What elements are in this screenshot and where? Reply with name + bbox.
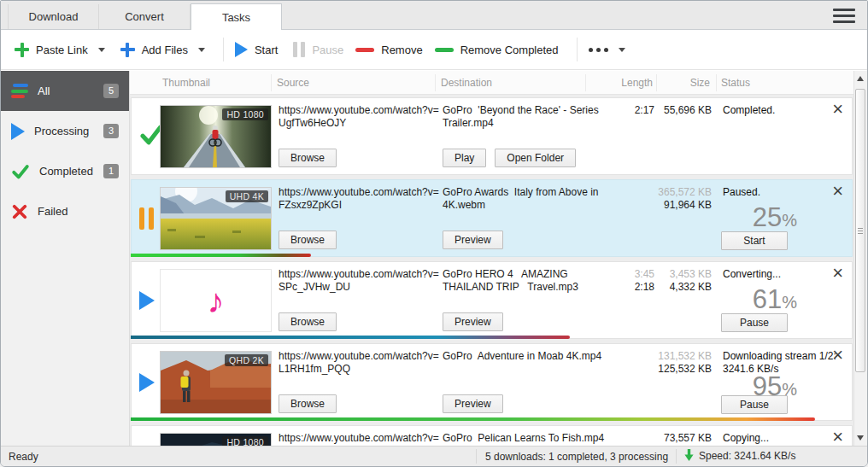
progress-percent: 61% — [753, 284, 797, 315]
downloads-summary: 5 downloads: 1 completed, 3 processing — [485, 451, 668, 463]
length-original: 3:45 — [593, 268, 654, 281]
destination-file: GoPro Adventure in Moab 4K.mp4 — [443, 350, 615, 363]
start-button[interactable]: Start — [235, 42, 278, 57]
table-row[interactable]: ♪ https://www.youtube.com/watch?v=SPc_JV… — [131, 261, 853, 339]
minus-icon — [435, 48, 454, 52]
resolution-badge: QHD 2K — [225, 354, 268, 366]
table-row[interactable]: HD 1080 https://www.youtube.com/watch?v=… — [131, 97, 853, 175]
vertical-scrollbar[interactable] — [853, 71, 867, 446]
video-thumbnail: QHD 2K — [160, 351, 272, 414]
play-icon — [235, 42, 248, 57]
paste-link-label: Paste Link — [36, 44, 88, 56]
tab-tasks[interactable]: Tasks — [191, 3, 282, 30]
play-file-button[interactable]: Play — [443, 149, 486, 167]
scroll-down-icon[interactable] — [857, 435, 864, 441]
close-icon[interactable]: × — [832, 264, 843, 283]
size-value: 73,557 KB — [650, 432, 712, 445]
browse-button[interactable]: Browse — [279, 231, 337, 249]
start-label: Start — [255, 44, 278, 56]
close-icon[interactable]: × — [832, 346, 843, 365]
size-value: 4,332 KB — [650, 281, 712, 294]
resolution-badge: HD 1080 — [222, 108, 268, 120]
progress-bar — [131, 336, 570, 339]
plus-icon — [15, 43, 29, 57]
resolution-badge: HD 1080 — [222, 436, 268, 446]
cross-icon — [11, 203, 28, 220]
tab-convert[interactable]: Convert — [99, 4, 191, 29]
length-value: 2:17 — [593, 104, 654, 117]
table-row[interactable]: QHD 2K https://www.youtube.com/watch?v=L… — [131, 343, 853, 421]
video-thumbnail: HD 1080 — [160, 105, 272, 168]
remove-button[interactable]: Remove — [355, 44, 422, 56]
video-thumbnail: HD 1080 — [160, 433, 272, 446]
source-url: https://www.youtube.com/watch?v=UgfTw6He… — [279, 104, 441, 130]
speed-text: Speed: 3241.64 KB/s — [699, 450, 795, 462]
music-note-icon: ♪ — [208, 283, 225, 318]
sidebar: All 5 Processing 3 Completed 1 Failed — [1, 71, 130, 446]
plus-icon — [120, 43, 135, 57]
pause-button[interactable]: Pause — [293, 42, 343, 57]
check-icon — [11, 162, 30, 181]
app-window: Download Convert Tasks Paste Link Add Fi… — [0, 0, 868, 467]
table-row[interactable]: HD 1080 https://www.youtube.com/watch?v=… — [131, 425, 853, 446]
source-url: https://www.youtube.com/watch?v=FZsxz9Zp… — [279, 186, 441, 212]
pause-label: Pause — [312, 44, 343, 56]
toolbar-separator — [223, 38, 224, 61]
open-folder-button[interactable]: Open Folder — [495, 149, 576, 167]
size-original: 3,453 KB — [650, 268, 712, 281]
paste-link-button[interactable]: Paste Link — [15, 43, 105, 57]
header-length: Length — [591, 77, 653, 89]
download-arrow-icon — [684, 449, 694, 462]
header-source: Source — [277, 77, 309, 89]
play-icon — [11, 123, 25, 140]
remove-completed-button[interactable]: Remove Completed — [435, 44, 559, 56]
task-list: Thumbnail Source Destination Length Size… — [130, 71, 853, 446]
length-value: 2:18 — [593, 281, 654, 294]
source-url: https://www.youtube.com/watch?v=nyJ0amQW… — [279, 432, 441, 446]
start-task-button[interactable]: Start — [721, 231, 788, 250]
sidebar-all-label: All — [38, 85, 50, 97]
sidebar-failed-label: Failed — [38, 205, 67, 218]
preview-button[interactable]: Preview — [443, 231, 503, 249]
pause-task-button[interactable]: Pause — [721, 395, 788, 414]
scroll-up-icon[interactable] — [857, 76, 864, 81]
browse-button[interactable]: Browse — [279, 149, 337, 167]
header-size: Size — [648, 77, 710, 89]
preview-button[interactable]: Preview — [443, 394, 503, 413]
close-icon[interactable]: × — [832, 100, 843, 119]
sidebar-item-processing[interactable]: Processing 3 — [1, 111, 129, 151]
header-status: Status — [721, 77, 750, 89]
tab-download[interactable]: Download — [8, 4, 99, 29]
sidebar-item-all[interactable]: All 5 — [1, 71, 129, 111]
count-badge: 3 — [103, 124, 119, 138]
remove-label: Remove — [381, 44, 422, 56]
audio-thumbnail: ♪ — [160, 269, 272, 332]
table-row[interactable]: UHD 4K https://www.youtube.com/watch?v=F… — [131, 179, 853, 257]
more-options-button[interactable] — [589, 48, 625, 52]
chevron-down-icon — [619, 48, 625, 52]
scrollbar-thumb[interactable] — [855, 89, 865, 372]
browse-button[interactable]: Browse — [279, 394, 337, 413]
ready-status: Ready — [9, 451, 38, 463]
browse-button[interactable]: Browse — [279, 312, 337, 331]
ellipsis-icon — [589, 48, 608, 52]
close-icon[interactable]: × — [832, 428, 843, 446]
sidebar-item-failed[interactable]: Failed — [1, 191, 129, 231]
table-header: Thumbnail Source Destination Length Size… — [130, 71, 853, 95]
all-tasks-icon — [11, 84, 28, 98]
preview-button[interactable]: Preview — [443, 312, 503, 331]
pause-task-button[interactable]: Pause — [721, 313, 788, 332]
close-icon[interactable]: × — [832, 182, 843, 201]
sidebar-item-completed[interactable]: Completed 1 — [1, 151, 129, 191]
header-thumbnail: Thumbnail — [162, 77, 210, 89]
destination-file: GoPro Awards Italy from Above in 4K.webm — [443, 186, 615, 212]
tab-bar: Download Convert Tasks — [1, 1, 867, 30]
sidebar-processing-label: Processing — [34, 125, 89, 137]
chevron-down-icon[interactable] — [198, 48, 205, 52]
toolbar: Paste Link Add Files Start Pause Remove … — [1, 30, 867, 70]
hamburger-menu-icon[interactable] — [833, 9, 855, 23]
destination-file: GoPro HERO 4 AMAZING THAILAND TRIP Trave… — [443, 268, 615, 294]
chevron-down-icon[interactable] — [98, 48, 105, 52]
add-files-button[interactable]: Add Files — [120, 43, 205, 57]
destination-file: GoPro Pelican Learns To Fish.mp4 — [443, 432, 615, 445]
